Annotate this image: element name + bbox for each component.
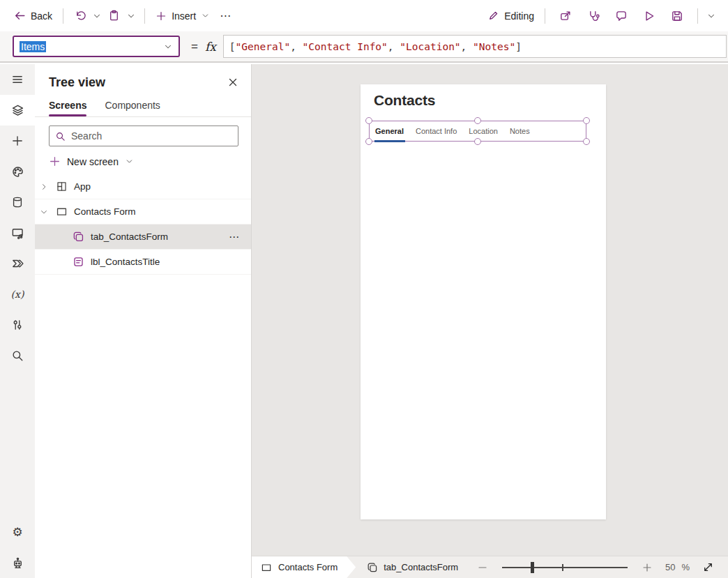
settings-gear-icon[interactable]: ⚙ (0, 517, 35, 547)
pencil-icon (487, 10, 499, 22)
formula-token: ] (515, 41, 522, 52)
chevron-down-icon (163, 42, 173, 52)
variables-icon[interactable]: (x) (0, 279, 35, 310)
zoom-controls: 50 % (473, 561, 728, 574)
toolbar-overflow-button[interactable]: ⋯ (214, 9, 237, 22)
expand-diagonal-icon (702, 561, 714, 573)
paste-split-chevron[interactable] (124, 8, 138, 24)
tree-item-contacts-form[interactable]: Contacts Form (35, 199, 251, 225)
insert-panel-icon[interactable] (0, 126, 35, 156)
insert-chevron-icon (201, 11, 210, 20)
toolbar-divider (545, 8, 545, 24)
share-button[interactable] (552, 6, 579, 26)
rail-spacer (0, 371, 35, 517)
advanced-tools-icon[interactable] (0, 310, 35, 340)
canvas-tab-contact-info[interactable]: Contact Info (416, 127, 457, 135)
item-overflow-button[interactable]: ⋯ (229, 231, 240, 243)
resize-handle-bottom-center[interactable] (474, 138, 481, 145)
back-arrow-icon (14, 10, 26, 22)
tree-search-box[interactable] (49, 126, 238, 146)
save-button[interactable] (663, 6, 691, 26)
chevron-right-icon[interactable] (35, 183, 53, 191)
canvas-tab-general[interactable]: General (375, 127, 404, 135)
data-palette-icon[interactable] (0, 156, 35, 187)
top-toolbar: Back Insert ⋯ Editing (0, 0, 728, 31)
search-icon (55, 131, 66, 142)
clipboard-icon (108, 10, 120, 22)
zoom-unit: % (681, 562, 690, 572)
tree-view-icon[interactable] (0, 95, 35, 126)
tree-item-list: App Contacts Form tab_ContactsForm ⋯ lbl… (35, 174, 251, 275)
contacts-title-label[interactable]: Contacts (374, 92, 435, 109)
resize-handle-top-right[interactable] (583, 117, 590, 124)
search-panel-icon[interactable] (0, 340, 35, 371)
paste-button[interactable] (104, 6, 124, 25)
zoom-percentage: 50 % (665, 562, 690, 572)
tab-components[interactable]: Components (105, 100, 160, 116)
back-label: Back (31, 10, 52, 22)
new-screen-button[interactable]: New screen (49, 153, 251, 170)
resize-handle-top-center[interactable] (474, 117, 481, 124)
save-split-chevron[interactable] (704, 8, 718, 24)
fullscreen-button[interactable] (692, 561, 718, 573)
zoom-slider-handle[interactable] (531, 562, 534, 573)
tab-screens[interactable]: Screens (49, 100, 86, 116)
comments-button[interactable] (607, 6, 635, 26)
canvas-status-bar: Contacts Form tab_ContactsForm 50 % (252, 556, 728, 578)
close-panel-button[interactable] (226, 75, 240, 89)
play-preview-button[interactable] (635, 6, 663, 26)
design-canvas[interactable]: Contacts General Contact Info Location N… (252, 64, 728, 556)
left-icon-rail: (x) ⚙ (0, 64, 35, 578)
zoom-out-button[interactable] (473, 562, 492, 573)
formula-token: , (388, 41, 400, 52)
tree-item-tab-contactsform[interactable]: tab_ContactsForm ⋯ (35, 225, 251, 250)
back-button[interactable]: Back (10, 6, 56, 25)
toolbar-divider (697, 8, 698, 24)
property-selector-dropdown[interactable]: Items (13, 36, 180, 57)
breadcrumb-label: tab_ContactsForm (384, 562, 458, 572)
tree-item-label: lbl_ContactsTitle (91, 257, 160, 267)
app-checker-button[interactable] (579, 6, 607, 26)
tab-control-selection[interactable]: General Contact Info Location Notes (369, 121, 586, 142)
virtual-agent-robot-icon[interactable] (0, 547, 35, 578)
chevron-down-icon[interactable] (35, 208, 53, 216)
tree-item-lbl-contactstitle[interactable]: lbl_ContactsTitle (35, 250, 251, 275)
save-icon (671, 10, 683, 22)
powerapps-studio: Back Insert ⋯ Editing (0, 0, 728, 578)
formula-token: , (461, 41, 473, 52)
editing-mode-button[interactable]: Editing (483, 6, 538, 25)
media-icon[interactable] (0, 218, 35, 248)
tree-item-app[interactable]: App (35, 174, 251, 199)
zoom-slider[interactable] (502, 561, 628, 574)
breadcrumb-screen[interactable]: Contacts Form (252, 556, 356, 578)
undo-split-chevron[interactable] (90, 8, 104, 24)
editing-label: Editing (504, 10, 534, 22)
formula-token: "Contact Info" (303, 41, 388, 52)
app-screen-contacts-form[interactable]: Contacts (361, 84, 606, 519)
data-sources-icon[interactable] (0, 187, 35, 218)
app-grid-icon (53, 181, 70, 192)
toolbar-divider (63, 8, 63, 24)
breadcrumb-label: Contacts Form (278, 562, 338, 572)
undo-button[interactable] (70, 6, 90, 25)
resize-handle-bottom-right[interactable] (583, 138, 590, 145)
canvas-tab-location[interactable]: Location (469, 127, 498, 135)
formula-token: , (290, 41, 302, 52)
tree-view-tabs: Screens Components (35, 90, 251, 117)
search-input[interactable] (71, 130, 232, 142)
toolbar-divider (144, 8, 145, 24)
canvas-tab-notes[interactable]: Notes (510, 127, 530, 135)
active-tab-underline (374, 140, 405, 142)
hamburger-menu-icon[interactable] (0, 64, 35, 95)
breadcrumb-control[interactable]: tab_ContactsForm (356, 562, 465, 573)
resize-handle-top-left[interactable] (365, 117, 372, 124)
zoom-in-button[interactable] (637, 562, 657, 573)
formula-input[interactable]: ["General", "Contact Info", "Location", … (223, 35, 727, 58)
power-automate-icon[interactable] (0, 248, 35, 279)
formula-token: "General" (236, 41, 291, 52)
insert-button[interactable]: Insert (151, 7, 214, 25)
resize-handle-bottom-left[interactable] (365, 138, 372, 145)
formula-token: "Location" (400, 41, 460, 52)
tree-view-panel: Tree view Screens Components New screen … (35, 64, 252, 578)
tab-control-icon (70, 231, 86, 243)
